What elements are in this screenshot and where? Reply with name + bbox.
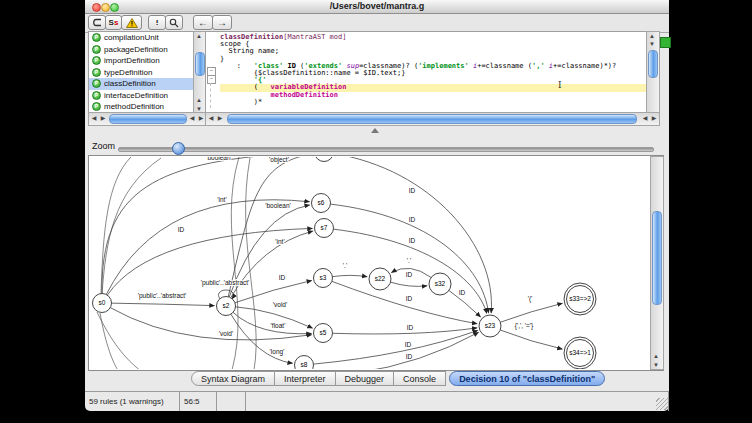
- graph-edge-s3-s23: [332, 281, 477, 323]
- graph-node-s8: s8: [295, 356, 314, 370]
- back-button[interactable]: ←: [193, 15, 213, 30]
- rule-item-packageDefinition[interactable]: PpackageDefinition: [89, 44, 194, 56]
- graph-edge-label: 'boolean': [206, 157, 232, 161]
- grammar-editor[interactable]: classDefinition[MantraAST mod]scope { St…: [205, 31, 648, 114]
- graph-node-s33=>2: s33=>2: [564, 283, 596, 315]
- graph-decor-edge: [231, 157, 239, 369]
- grammar-status-indicator: [660, 37, 671, 48]
- graph-edge-label: '.': [407, 257, 411, 264]
- graph-edge-label: 'int': [275, 238, 284, 245]
- svg-text:s33=>2: s33=>2: [569, 295, 591, 302]
- parser-rule-icon: P: [92, 45, 101, 54]
- graph-node-s5: s5: [314, 324, 333, 343]
- scroll-down-icon[interactable]: ▼: [651, 361, 661, 369]
- graph-decor-edge: [100, 313, 119, 369]
- code-line: classDefinition[MantraAST mod]: [220, 34, 648, 41]
- svg-text:s3: s3: [320, 274, 327, 281]
- graph-edge-label: '(': [528, 295, 533, 303]
- scroll-up-icon[interactable]: ▲: [194, 32, 204, 40]
- scroll-right-icon[interactable]: ▶: [98, 113, 108, 123]
- syntax-coloring-button[interactable]: Ss: [105, 15, 122, 30]
- parser-rule-icon: P: [92, 56, 101, 65]
- scroll-up-icon[interactable]: ▲: [651, 352, 661, 360]
- tab-interpreter[interactable]: Interpreter: [275, 371, 336, 386]
- bottom-tab-bar: Syntax DiagramInterpreterDebuggerConsole…: [191, 371, 605, 386]
- graph-node-s6: s6: [312, 194, 331, 213]
- scroll-up-icon[interactable]: ▲: [194, 96, 204, 104]
- status-bar: 59 rules (1 warnings)56:5: [85, 391, 669, 411]
- tab-debugger[interactable]: Debugger: [336, 371, 395, 386]
- status-cell-0: 59 rules (1 warnings): [85, 392, 180, 411]
- close-button[interactable]: [92, 3, 101, 12]
- decision-graph-panel[interactable]: 'public'..'abstract''public'..'abstract'…: [88, 155, 664, 371]
- graph-vscrollbar[interactable]: ▲ ▼: [650, 156, 664, 370]
- fold-collapse-icon[interactable]: −: [207, 75, 216, 84]
- minimize-button[interactable]: [101, 3, 110, 12]
- splitter-collapse-handle[interactable]: [371, 128, 379, 133]
- tab-decision-10-of-classdefinition[interactable]: Decision 10 of "classDefinition": [449, 371, 605, 386]
- svg-text:s8: s8: [301, 361, 308, 368]
- zoom-slider-track[interactable]: [118, 147, 654, 152]
- zoom-slider-thumb[interactable]: [172, 142, 185, 155]
- scroll-right-icon[interactable]: ▶: [215, 113, 225, 123]
- graph-node-s0: s0: [93, 294, 112, 313]
- graph-edge-label: ID: [405, 341, 412, 348]
- graph-edge-s23-s33: [500, 303, 562, 322]
- graph-edge-label: {',', '='}: [515, 322, 534, 330]
- graph-edge-b1-s23: [356, 332, 479, 369]
- rule-list-vscroll-thumb[interactable]: [195, 52, 205, 76]
- graph-edge-label: ID: [279, 274, 286, 281]
- svg-text:s7: s7: [321, 224, 328, 231]
- rule-item-classDefinition[interactable]: PclassDefinition: [89, 78, 194, 90]
- rule-item-label: classDefinition: [104, 79, 156, 88]
- parser-rule-icon: P: [92, 33, 101, 42]
- warnings-button[interactable]: [121, 15, 142, 30]
- status-cell-3: [246, 392, 669, 411]
- scroll-down-icon[interactable]: ▼: [647, 40, 657, 48]
- antlrworks-window: /Users/bovet/mantra.g Ss ⁞ ←: [85, 0, 669, 411]
- debugger-button[interactable]: ⁞: [148, 15, 166, 30]
- tab-syntax-diagram[interactable]: Syntax Diagram: [191, 371, 275, 386]
- editor-vscroll-thumb[interactable]: [648, 50, 658, 78]
- rule-item-importDefinition[interactable]: PimportDefinition: [89, 55, 194, 67]
- rule-item-methodDefinition[interactable]: PmethodDefinition: [89, 101, 194, 113]
- scroll-right-icon[interactable]: ▶: [649, 113, 659, 123]
- resize-grip[interactable]: [656, 398, 668, 410]
- graph-edge-label: ID: [409, 237, 416, 244]
- rule-item-typeDefinition[interactable]: PtypeDefinition: [89, 67, 194, 79]
- svg-text:s2: s2: [223, 302, 230, 309]
- graph-edge-label: ID: [409, 216, 416, 223]
- graph-node-s3: s3: [314, 269, 333, 288]
- scroll-up-icon[interactable]: ▲: [647, 32, 657, 40]
- find-button[interactable]: [165, 15, 183, 30]
- graph-edge-label: ID: [406, 295, 413, 302]
- rule-item-compilationUnit[interactable]: PcompilationUnit: [89, 32, 194, 44]
- rule-item-interfaceDefinition[interactable]: PinterfaceDefinition: [89, 90, 194, 102]
- code-line: {$classDefinition::name = $ID.text;}: [220, 70, 648, 77]
- tab-console[interactable]: Console: [394, 371, 446, 386]
- warning-icon: [126, 18, 138, 28]
- forward-button[interactable]: →: [212, 15, 232, 30]
- graph-edge-label: 'public'..'abstract': [201, 279, 250, 287]
- editor-hscrollbar[interactable]: ◀ ▶ ◀ ▶: [205, 112, 660, 126]
- rules-view-button[interactable]: [88, 15, 106, 30]
- graph-edge-s0-s2: [111, 303, 214, 305]
- search-icon: [169, 18, 179, 28]
- ss-icon-red: s: [114, 18, 118, 27]
- svg-text:s34=>1: s34=>1: [569, 349, 591, 356]
- rule-list-hscroll-thumb[interactable]: [109, 114, 187, 124]
- parser-rule-icon: P: [92, 79, 101, 88]
- graph-edge-label: '.': [343, 262, 347, 269]
- rule-list[interactable]: PcompilationUnitPpackageDefinitionPimpor…: [88, 31, 194, 114]
- graph-vscroll-thumb[interactable]: [652, 211, 662, 305]
- rule-item-label: compilationUnit: [104, 33, 159, 42]
- rule-list-hscrollbar[interactable]: ◀ ▶ ◀ ▶: [88, 112, 207, 126]
- zoom-button[interactable]: [110, 3, 119, 12]
- graph-node-sx: [315, 157, 334, 162]
- editor-hscroll-thumb[interactable]: [227, 114, 637, 124]
- back-arrow-icon: ←: [198, 17, 208, 28]
- editor-vscrollbar[interactable]: ▲ ▼: [646, 31, 660, 114]
- graph-edge-label: ID: [407, 324, 414, 331]
- rule-item-label: importDefinition: [104, 56, 160, 65]
- title-bar[interactable]: /Users/bovet/mantra.g: [85, 0, 669, 14]
